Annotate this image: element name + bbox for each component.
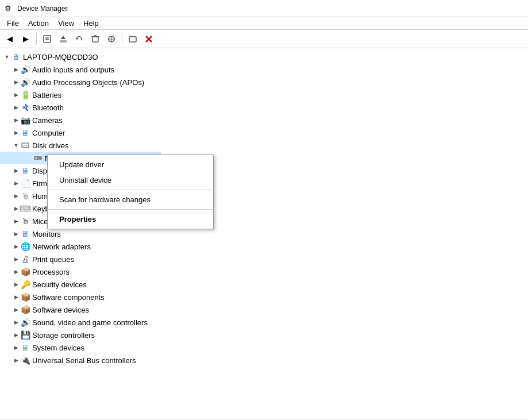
print-label: Print queues [32,255,74,264]
network-icon: 🌐 [21,242,30,251]
tree-item-bluetooth[interactable]: ▶ Bluetooth [0,101,161,114]
network-label: Network adapters [32,242,91,251]
expand-sw-comp[interactable]: ▶ [11,292,21,302]
nvme-icon [33,153,43,163]
remove-button[interactable] [141,32,156,47]
tree-item-software-components[interactable]: ▶ 📦 Software components [0,291,161,303]
tree-item-system[interactable]: ▶ 🖥 System devices [0,341,161,354]
display-icon: 🖥 [21,166,30,175]
tree-item-usb[interactable]: ▶ 🔌 Universal Serial Bus controllers [0,354,161,367]
ctx-separator-2 [48,209,213,210]
bluetooth-icon [21,103,30,112]
usb-label: Universal Serial Bus controllers [32,356,136,365]
tree-item-sound[interactable]: ▶ 🔊 Sound, video and game controllers [0,316,161,329]
menu-view[interactable]: View [53,18,79,29]
monitors-icon: 🖥 [21,229,30,238]
computer-icon: 🖥 [21,128,30,137]
forward-button[interactable]: ▶ [18,32,33,47]
mice-icon: 🖱 [21,217,30,226]
storage-label: Storage controllers [32,331,95,340]
sound-label: Sound, video and game controllers [32,318,148,327]
svg-marker-4 [61,36,65,39]
tree-item-processors[interactable]: ▶ 📦 Processors [0,265,161,278]
expand-bluetooth[interactable]: ▶ [11,103,21,112]
update-driver-button[interactable] [56,32,71,47]
add-legacy-button[interactable] [125,32,140,47]
expand-sw-dev[interactable]: ▶ [11,305,21,314]
expand-print[interactable]: ▶ [11,255,21,264]
expand-security[interactable]: ▶ [11,280,21,289]
system-label: System devices [32,344,84,352]
tree-item-disk-drives[interactable]: ▼ Disk drives [0,139,161,152]
tree-item-audio-processing[interactable]: ▶ 🔊 Audio Processing Objects (APOs) [0,76,161,88]
disk-drives-label: Disk drives [32,141,69,150]
tree-root[interactable]: ▼ 🖥 LAPTOP-MQBCDD3O [0,51,161,63]
security-label: Security devices [32,280,87,289]
tree-item-computer[interactable]: ▶ 🖥 Computer [0,126,161,139]
menu-help[interactable]: Help [79,18,103,29]
svg-rect-3 [60,40,67,43]
bluetooth-label: Bluetooth [32,103,64,112]
expand-processors[interactable]: ▶ [11,267,21,276]
svg-marker-5 [76,37,79,40]
expand-mice[interactable]: ▶ [11,217,21,226]
tree-item-cameras[interactable]: ▶ 📷 Cameras [0,114,161,126]
expand-root[interactable]: ▼ [2,52,11,61]
print-icon: 🖨 [21,255,30,264]
ctx-scan-hardware[interactable]: Scan for hardware changes [48,192,213,207]
menu-bar: File Action View Help [0,17,528,30]
expand-storage[interactable]: ▶ [11,330,21,340]
tree-item-security[interactable]: ▶ 🔑 Security devices [0,278,161,291]
sw-dev-label: Software devices [32,306,89,314]
sw-comp-icon: 📦 [21,292,30,302]
expand-hid[interactable]: ▶ [11,191,21,201]
expand-cameras[interactable]: ▶ [11,115,21,125]
keyboards-icon: ⌨ [21,204,30,213]
app-icon: ⚙ [5,4,14,13]
expand-system[interactable]: ▶ [11,343,21,352]
expand-disk[interactable]: ▼ [11,141,21,150]
expand-computer[interactable]: ▶ [11,128,21,137]
ctx-separator-1 [48,190,213,190]
device-tree[interactable]: ▼ 🖥 LAPTOP-MQBCDD3O ▶ 🔊 Audio inputs and… [0,48,161,419]
tree-item-storage[interactable]: ▶ 💾 Storage controllers [0,329,161,341]
firmware-icon: 📄 [21,179,30,188]
expand-usb[interactable]: ▶ [11,356,21,365]
audio-proc-icon: 🔊 [21,78,30,87]
processors-label: Processors [32,268,70,276]
tree-item-monitors[interactable]: ▶ 🖥 Monitors [0,228,161,240]
expand-audio-inputs[interactable]: ▶ [11,65,21,74]
scan-button[interactable] [104,32,119,47]
ctx-uninstall-device[interactable]: Uninstall device [48,172,213,188]
properties-button[interactable] [40,32,55,47]
ctx-update-driver[interactable]: Update driver [48,157,213,172]
hid-icon: 🖱 [21,191,30,201]
expand-sound[interactable]: ▶ [11,318,21,327]
menu-action[interactable]: Action [24,18,53,29]
audio-inputs-icon: 🔊 [21,65,30,74]
tree-item-audio-inputs[interactable]: ▶ 🔊 Audio inputs and outputs [0,63,161,76]
disk-drives-icon [21,141,30,150]
tree-item-network[interactable]: ▶ 🌐 Network adapters [0,240,161,253]
expand-batteries[interactable]: ▶ [11,90,21,99]
expand-firmware[interactable]: ▶ [11,179,21,188]
monitors-label: Monitors [32,230,61,238]
back-button[interactable]: ◀ [2,32,17,47]
menu-file[interactable]: File [2,18,24,29]
expand-audio-proc[interactable]: ▶ [11,78,21,87]
toolbar-separator-2 [122,33,122,45]
root-label: LAPTOP-MQBCDD3O [23,53,98,61]
svg-rect-12 [129,37,136,42]
rollback-button[interactable] [72,32,87,47]
tree-item-print[interactable]: ▶ 🖨 Print queues [0,253,161,265]
expand-monitors[interactable]: ▶ [11,229,21,238]
ctx-properties[interactable]: Properties [48,211,213,227]
system-icon: 🖥 [21,343,30,352]
expand-network[interactable]: ▶ [11,242,21,251]
tree-item-software-devices[interactable]: ▶ 📦 Software devices [0,303,161,316]
cameras-label: Cameras [32,116,63,125]
app-title: Device Manager [17,5,67,13]
uninstall-button[interactable] [88,32,103,47]
expand-display[interactable]: ▶ [11,166,21,175]
tree-item-batteries[interactable]: ▶ 🔋 Batteries [0,88,161,101]
